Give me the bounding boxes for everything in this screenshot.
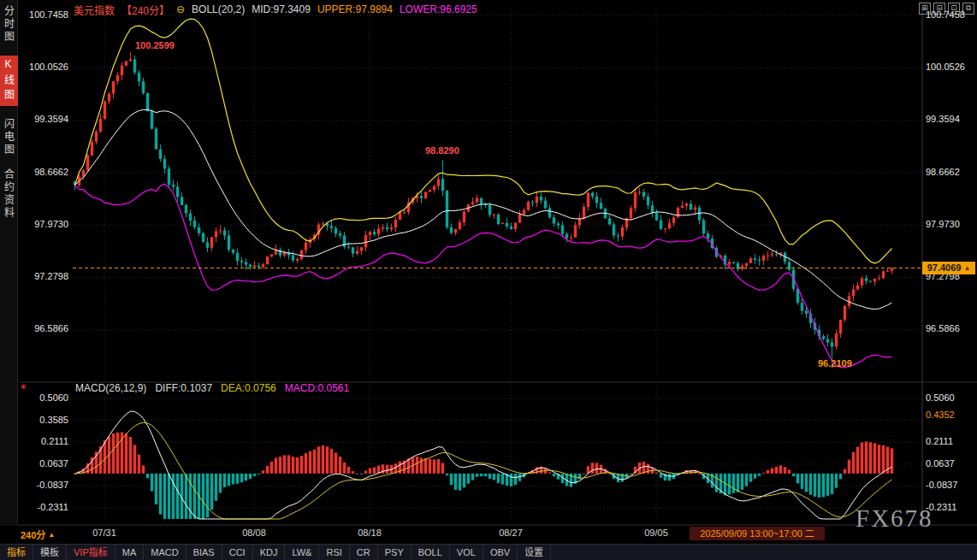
toolbar-item-lw[interactable]: LW& — [285, 545, 319, 560]
collapse-icon[interactable]: ⊖ — [176, 3, 185, 15]
macd-axis-label: -0.2311 — [926, 502, 975, 512]
price-axis-label: 98.6662 — [926, 167, 975, 177]
boll-lower-value: LOWER:96.6925 — [400, 3, 477, 15]
macd-axis-label: 0.5060 — [24, 392, 68, 403]
toolbar-item-ma[interactable]: MA — [115, 545, 145, 560]
current-bar-time-range: 2025/09/09 13:00~17:00 二 — [690, 527, 825, 540]
indicator-toolbar: 指标 模板 VIP指标 MA MACD BIAS CCI KDJ LW& RSI… — [0, 544, 977, 560]
toolbar-item-boll[interactable]: BOLL — [412, 545, 450, 560]
toolbar-item-settings[interactable]: 设置 — [518, 545, 551, 560]
trading-chart-app: 美元指数 【240分】 ⊖ BOLL(20,2) MID:97.3409 UPP… — [0, 0, 977, 560]
candlestick-macd-canvas — [0, 0, 977, 560]
chart-type-sidebar: 分时图 K线图 闪电图 合约资料 — [0, 0, 18, 526]
x-axis-date-label: 08/08 — [235, 528, 273, 538]
sidebar-item-lightning-chart[interactable]: 闪电图 — [2, 118, 16, 156]
macd-axis-label: 0.2111 — [24, 436, 68, 446]
boll-indicator-name: BOLL(20,2) — [192, 3, 245, 15]
x-axis-date-label: 07/31 — [86, 528, 123, 538]
price-up-icon: ▲ — [963, 262, 970, 274]
macd-axis-label: 0.0637 — [926, 458, 975, 469]
macd-header: MACD(26,12,9) DIFF:0.1037 DEA:0.0756 MAC… — [75, 382, 349, 394]
toolbar-item-bias[interactable]: BIAS — [187, 545, 222, 560]
toolbar-item-cr[interactable]: CR — [350, 545, 378, 560]
macd-axis-label: -0.0837 — [24, 480, 68, 490]
fx678-watermark: FX678 — [856, 504, 933, 533]
pane-settings-icon[interactable]: ✳ — [20, 382, 27, 392]
boll-upper-value: UPPER:97.9894 — [317, 3, 393, 15]
low-price-label: 96.2109 — [818, 358, 852, 368]
chevron-up-icon: ▲ — [48, 531, 55, 539]
tab-vip-indicators[interactable]: VIP指标 — [67, 545, 115, 560]
toolbar-item-vol[interactable]: VOL — [450, 545, 483, 560]
macd-indicator-name: MACD(26,12,9) — [75, 382, 146, 394]
macd-axis-label: -0.2311 — [24, 502, 68, 512]
timeframe-label: 【240分】 — [121, 3, 169, 17]
timeframe-value: 240分 — [21, 528, 45, 541]
macd-axis-label: 0.2111 — [926, 436, 975, 446]
toolbar-item-psy[interactable]: PSY — [378, 545, 412, 560]
boll-mid-value: MID:97.3409 — [252, 3, 311, 15]
price-axis-label: 97.9730 — [24, 219, 68, 229]
macd-diff-value: DIFF:0.1037 — [155, 382, 212, 394]
toolbar-item-cci[interactable]: CCI — [222, 545, 253, 560]
tab-templates[interactable]: 模板 — [33, 545, 67, 560]
last-price-tag: 97.4069 ▲ — [922, 262, 975, 274]
macd-axis-label: 0.3585 — [24, 415, 68, 425]
chart-header: 美元指数 【240分】 ⊖ BOLL(20,2) MID:97.3409 UPP… — [74, 3, 477, 16]
toolbar-item-macd[interactable]: MACD — [144, 545, 186, 560]
sidebar-item-kline-chart[interactable]: K线图 — [0, 56, 18, 106]
spike-price-label: 98.8290 — [425, 145, 459, 156]
macd-axis-label: -0.0837 — [926, 480, 975, 490]
macd-dea-value: DEA:0.0756 — [221, 382, 276, 394]
price-axis-label: 100.7458 — [24, 9, 68, 20]
price-axis-label: 97.2798 — [24, 271, 68, 281]
price-axis-label: 97.9730 — [926, 219, 975, 229]
price-axis-label: 96.5866 — [24, 323, 68, 333]
macd-value: MACD:0.0561 — [285, 382, 349, 394]
price-axis-label: 98.6662 — [24, 167, 68, 177]
tab-indicators[interactable]: 指标 — [0, 545, 33, 560]
sidebar-item-time-chart[interactable]: 分时图 — [2, 5, 16, 44]
price-axis-label: 100.7458 — [926, 9, 975, 20]
macd-current-value-label: 0.4352 — [926, 410, 975, 420]
x-axis-date-label: 08/18 — [351, 528, 388, 538]
macd-axis-label: 0.5060 — [926, 392, 975, 403]
peak-price-label: 100.2599 — [135, 40, 175, 50]
symbol-name: 美元指数 — [74, 3, 115, 17]
price-axis-label: 99.3594 — [926, 114, 975, 124]
x-axis-date-label: 08/27 — [492, 528, 530, 538]
price-axis-label: 100.0526 — [24, 62, 68, 72]
toolbar-item-rsi[interactable]: RSI — [319, 545, 349, 560]
sidebar-item-contract-info[interactable]: 合约资料 — [2, 168, 16, 220]
timeframe-selector[interactable]: 240分 ▲ — [21, 528, 55, 541]
price-axis-label: 96.5866 — [926, 323, 975, 333]
macd-axis-label: 0.0637 — [24, 458, 68, 469]
toolbar-item-obv[interactable]: OBV — [483, 545, 518, 560]
last-price-value: 97.4069 — [927, 262, 962, 274]
toolbar-item-kdj[interactable]: KDJ — [253, 545, 286, 560]
price-axis-label: 99.3594 — [24, 114, 68, 124]
x-axis-date-label: 09/05 — [637, 528, 675, 538]
price-axis-label: 100.0526 — [926, 62, 975, 72]
